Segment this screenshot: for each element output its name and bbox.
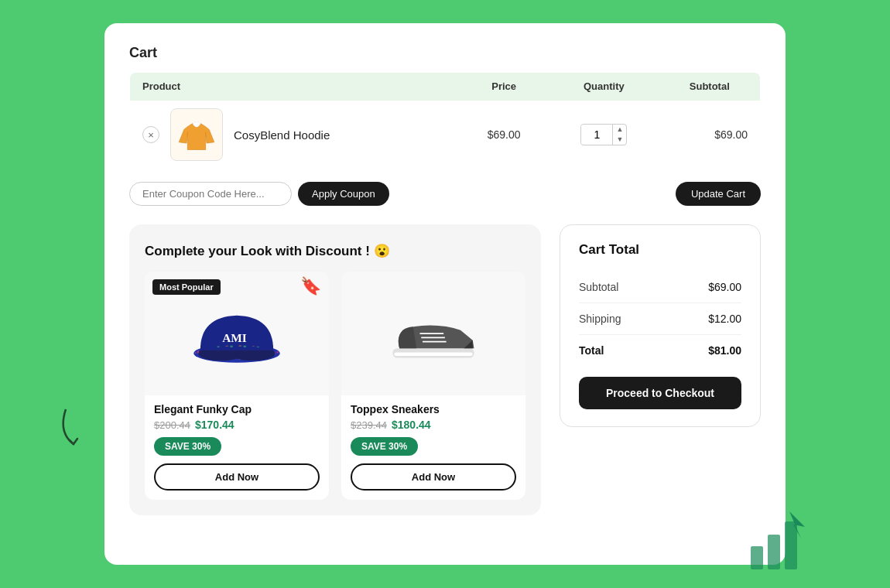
qty-arrows: ▲ ▼: [612, 125, 626, 145]
cart-table: Product Price Quantity Subtotal ×: [129, 72, 761, 169]
quantity-stepper[interactable]: ▲ ▼: [580, 124, 627, 145]
remove-item-button[interactable]: ×: [142, 126, 159, 143]
coupon-input[interactable]: [129, 182, 292, 206]
sneakers-image: [341, 272, 525, 395]
col-price: Price: [459, 73, 549, 101]
col-quantity: Quantity: [549, 73, 659, 101]
upsell-products: Most Popular 🔖: [145, 272, 525, 500]
upsell-product-sneakers: Toppex Sneakers $239.44 $180.44 SAVE 30%…: [341, 272, 525, 500]
svg-text:AMI: AMI: [222, 331, 247, 344]
main-card: Cart Product Price Quantity Subtotal ×: [104, 23, 786, 565]
page-title: Cart: [129, 45, 761, 61]
svg-rect-0: [751, 546, 763, 569]
cap-new-price: $170.44: [195, 419, 234, 431]
product-image: [170, 108, 223, 161]
quantity-cell: ▲ ▼: [549, 101, 659, 169]
price-cell: $69.00: [459, 101, 549, 169]
sneakers-save-badge: SAVE 30%: [341, 437, 525, 463]
shipping-value: $12.00: [708, 313, 741, 325]
cap-add-now-button[interactable]: Add Now: [154, 463, 320, 491]
cart-total-card: Cart Total Subtotal $69.00 Shipping $12.…: [560, 224, 761, 427]
upsell-product-cap: Most Popular 🔖: [145, 272, 329, 500]
shipping-label: Shipping: [579, 313, 621, 325]
qty-down-button[interactable]: ▼: [613, 135, 626, 145]
subtotal-label: Subtotal: [579, 281, 618, 293]
sneakers-info: Toppex Sneakers $239.44 $180.44: [341, 395, 525, 431]
svg-rect-1: [768, 535, 780, 569]
col-product: Product: [130, 73, 460, 101]
cap-old-price: $200.44: [154, 419, 190, 431]
cap-save-badge: SAVE 30%: [145, 437, 329, 463]
most-popular-badge: Most Popular: [152, 279, 221, 295]
bookmark-icon: 🔖: [300, 276, 321, 296]
total-value: $81.00: [708, 344, 741, 357]
upsell-card: Complete your Look with Discount ! 😮 Mos…: [129, 224, 541, 515]
total-label: Total: [579, 344, 604, 357]
quantity-input[interactable]: [581, 125, 612, 144]
sneakers-prices: $239.44 $180.44: [351, 419, 516, 431]
product-cell: × CosyBlend Hoodie: [142, 108, 447, 161]
sneakers-add-now-button[interactable]: Add Now: [351, 463, 516, 491]
svg-rect-15: [394, 353, 473, 356]
table-row: × CosyBlend Hoodie $6: [130, 101, 761, 169]
deco-arrow: [50, 394, 112, 464]
cap-name: Elegant Funky Cap: [154, 403, 320, 415]
sneakers-name: Toppex Sneakers: [351, 403, 516, 415]
qty-up-button[interactable]: ▲: [613, 125, 626, 135]
cap-info: Elegant Funky Cap $200.44 $170.44: [145, 395, 329, 431]
coupon-row: Apply Coupon Update Cart: [129, 182, 761, 206]
sneakers-new-price: $180.44: [392, 419, 431, 431]
grand-total-row: Total $81.00: [579, 335, 741, 366]
cart-total-title: Cart Total: [579, 242, 741, 258]
coupon-left: Apply Coupon: [129, 182, 389, 206]
upsell-title: Complete your Look with Discount ! 😮: [145, 243, 525, 259]
product-name: CosyBlend Hoodie: [234, 128, 330, 142]
subtotal-cell: $69.00: [659, 101, 761, 169]
apply-coupon-button[interactable]: Apply Coupon: [298, 182, 389, 206]
bottom-section: Complete your Look with Discount ! 😮 Mos…: [129, 224, 761, 515]
col-subtotal: Subtotal: [659, 73, 761, 101]
subtotal-row: Subtotal $69.00: [579, 272, 741, 303]
update-cart-button[interactable]: Update Cart: [676, 182, 761, 206]
cap-image: Most Popular 🔖: [145, 272, 329, 395]
subtotal-value: $69.00: [708, 281, 741, 293]
shipping-row: Shipping $12.00: [579, 303, 741, 335]
cap-prices: $200.44 $170.44: [154, 419, 320, 431]
sneakers-old-price: $239.44: [351, 419, 387, 431]
svg-rect-2: [785, 521, 797, 569]
deco-chart: [747, 508, 824, 580]
checkout-button[interactable]: Proceed to Checkout: [579, 377, 741, 409]
